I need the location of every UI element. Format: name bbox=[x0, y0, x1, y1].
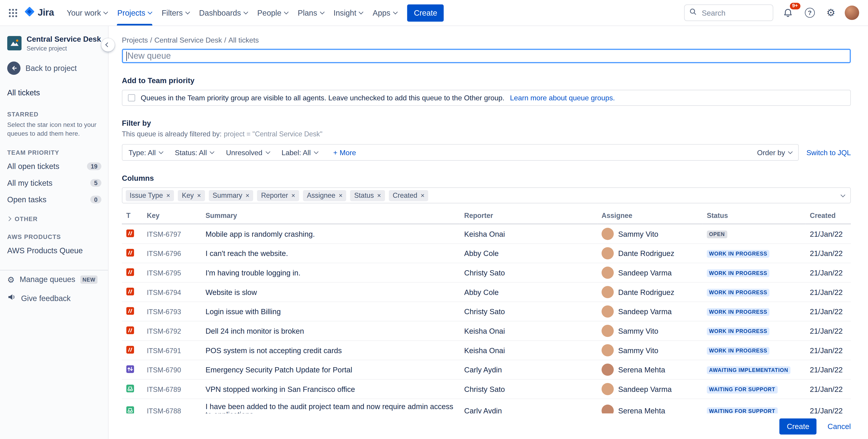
table-row[interactable]: ITSM-6794Website is slowAbby ColeDante R… bbox=[122, 283, 851, 302]
column-chip-status[interactable]: Status× bbox=[350, 190, 385, 201]
column-chip-issue-type[interactable]: Issue Type× bbox=[126, 190, 174, 201]
issue-key-link[interactable]: ITSM-6793 bbox=[147, 308, 181, 316]
manage-queues-button[interactable]: ⚙ Manage queues NEW bbox=[0, 271, 108, 288]
columns-multiselect[interactable]: Issue Type× Key× Summary× Reporter× Assi… bbox=[122, 187, 851, 203]
settings-gear-icon[interactable]: ⚙ bbox=[824, 5, 837, 20]
breadcrumb-all-tickets[interactable]: All tickets bbox=[228, 36, 259, 45]
nav-filters[interactable]: Filters bbox=[157, 0, 194, 26]
table-row[interactable]: ITSM-6791POS system is not accepting cre… bbox=[122, 341, 851, 360]
table-row[interactable]: ITSM-6797Mobile app is randomly crashing… bbox=[122, 224, 851, 243]
queue-name-input[interactable]: New queue bbox=[122, 49, 851, 63]
status-badge: WAITING FOR SUPPORT bbox=[707, 385, 777, 393]
nav-dashboards[interactable]: Dashboards bbox=[194, 0, 252, 26]
filter-resolution-dropdown[interactable]: Unresolved bbox=[226, 148, 269, 156]
remove-icon[interactable]: × bbox=[339, 192, 343, 199]
remove-icon[interactable]: × bbox=[166, 192, 170, 199]
sidebar-item-aws-products-queue[interactable]: AWS Products Queue bbox=[0, 242, 108, 259]
nav-projects[interactable]: Projects bbox=[112, 0, 157, 26]
sidebar-item-all-my-tickets[interactable]: All my tickets 5 bbox=[0, 175, 108, 191]
status-badge: WORK IN PROGRESS bbox=[707, 269, 770, 277]
jira-logo[interactable]: Jira bbox=[24, 6, 54, 20]
chevron-down-icon bbox=[393, 10, 397, 14]
sidebar-section-other[interactable]: OTHER bbox=[7, 216, 101, 222]
notifications-bell-icon[interactable]: 9+ bbox=[780, 5, 795, 20]
reporter-name: Christy Sato bbox=[460, 302, 597, 321]
chevron-down-icon bbox=[244, 10, 248, 14]
sidebar-item-all-tickets[interactable]: All tickets bbox=[0, 85, 108, 100]
assignee-name: Sammy Vito bbox=[618, 230, 658, 238]
created-date: 21/Jan/22 bbox=[806, 302, 851, 321]
issue-key-link[interactable]: ITSM-6797 bbox=[147, 230, 181, 238]
created-date: 21/Jan/22 bbox=[806, 321, 851, 341]
switch-to-jql-link[interactable]: Switch to JQL bbox=[806, 148, 851, 156]
created-date: 21/Jan/22 bbox=[806, 379, 851, 399]
sidebar-collapse-button[interactable] bbox=[101, 38, 115, 52]
remove-icon[interactable]: × bbox=[377, 192, 381, 199]
table-row[interactable]: ITSM-6792Dell 24 inch monitor is brokenK… bbox=[122, 321, 851, 341]
create-queue-button[interactable]: Create bbox=[780, 418, 816, 434]
issue-key-link[interactable]: ITSM-6795 bbox=[147, 269, 181, 277]
column-chip-created[interactable]: Created× bbox=[389, 190, 428, 201]
chevron-down-icon[interactable] bbox=[841, 193, 845, 197]
remove-icon[interactable]: × bbox=[291, 192, 295, 199]
issue-summary: Emergency Security Patch Update for Port… bbox=[206, 365, 352, 374]
nav-people[interactable]: People bbox=[252, 0, 293, 26]
issue-key-link[interactable]: ITSM-6789 bbox=[147, 385, 181, 393]
incident-icon bbox=[126, 248, 134, 256]
table-row[interactable]: ITSM-6790Emergency Security Patch Update… bbox=[122, 360, 851, 379]
status-badge: WORK IN PROGRESS bbox=[707, 308, 770, 316]
issue-key-link[interactable]: ITSM-6790 bbox=[147, 366, 181, 374]
more-filters-button[interactable]: +More bbox=[330, 148, 359, 157]
breadcrumb-projects[interactable]: Projects bbox=[122, 36, 148, 45]
create-button-nav[interactable]: Create bbox=[407, 4, 444, 21]
project-name: Central Service Desk bbox=[27, 35, 101, 44]
assignee-name: Sandeep Varma bbox=[618, 308, 672, 316]
team-priority-checkbox[interactable] bbox=[128, 94, 135, 101]
issue-key-link[interactable]: ITSM-6791 bbox=[147, 347, 181, 354]
search-input[interactable] bbox=[701, 8, 768, 18]
nav-your-work[interactable]: Your work bbox=[62, 0, 112, 26]
issue-key-link[interactable]: ITSM-6788 bbox=[147, 407, 181, 413]
cancel-button[interactable]: Cancel bbox=[828, 422, 851, 430]
filter-label-dropdown[interactable]: Label: All bbox=[281, 148, 318, 156]
chevron-right-icon bbox=[6, 217, 11, 221]
help-icon[interactable] bbox=[803, 5, 817, 20]
nav-apps[interactable]: Apps bbox=[368, 0, 402, 26]
column-chip-summary[interactable]: Summary× bbox=[209, 190, 253, 201]
new-badge: NEW bbox=[80, 275, 98, 284]
megaphone-icon bbox=[7, 293, 16, 303]
nav-plans[interactable]: Plans bbox=[293, 0, 329, 26]
order-by-dropdown[interactable]: Order by bbox=[757, 148, 792, 156]
table-row[interactable]: ITSM-6793Login issue with BillingChristy… bbox=[122, 302, 851, 321]
remove-icon[interactable]: × bbox=[246, 192, 249, 199]
assignee-avatar bbox=[601, 405, 614, 413]
col-header-key: Key bbox=[143, 210, 201, 224]
breadcrumb-central-service-desk[interactable]: Central Service Desk bbox=[154, 36, 222, 45]
table-row[interactable]: ITSM-6796I can't reach the website.Abby … bbox=[122, 243, 851, 263]
search-box[interactable] bbox=[684, 4, 773, 21]
sidebar-item-all-open-tickets[interactable]: All open tickets 19 bbox=[0, 158, 108, 175]
remove-icon[interactable]: × bbox=[197, 192, 201, 199]
column-chip-key[interactable]: Key× bbox=[178, 190, 205, 201]
remove-icon[interactable]: × bbox=[421, 192, 425, 199]
issue-key-link[interactable]: ITSM-6796 bbox=[147, 250, 181, 257]
issue-key-link[interactable]: ITSM-6792 bbox=[147, 327, 181, 335]
assignee-avatar bbox=[601, 267, 614, 279]
user-avatar[interactable] bbox=[845, 5, 859, 20]
table-row[interactable]: ITSM-6789VPN stopped working in San Fran… bbox=[122, 379, 851, 399]
nav-insight[interactable]: Insight bbox=[329, 0, 368, 26]
filter-type-dropdown[interactable]: Type: All bbox=[129, 148, 163, 156]
column-chip-assignee[interactable]: Assignee× bbox=[303, 190, 346, 201]
back-to-project[interactable]: Back to project bbox=[7, 62, 101, 75]
table-row[interactable]: ITSM-6795I'm having trouble logging in.C… bbox=[122, 263, 851, 283]
table-row[interactable]: ITSM-6788I have been added to the audit … bbox=[122, 399, 851, 413]
app-switcher-icon[interactable] bbox=[5, 5, 20, 20]
filter-status-dropdown[interactable]: Status: All bbox=[175, 148, 214, 156]
give-feedback-button[interactable]: Give feedback bbox=[0, 288, 108, 308]
column-chip-reporter[interactable]: Reporter× bbox=[257, 190, 299, 201]
sidebar-item-open-tasks[interactable]: Open tasks 0 bbox=[0, 192, 108, 208]
assignee-name: Sandeep Varma bbox=[618, 385, 672, 393]
issue-key-link[interactable]: ITSM-6794 bbox=[147, 289, 181, 296]
issue-summary: POS system is not accepting credit cards bbox=[206, 346, 342, 354]
queue-groups-link[interactable]: Learn more about queue groups. bbox=[510, 93, 615, 102]
